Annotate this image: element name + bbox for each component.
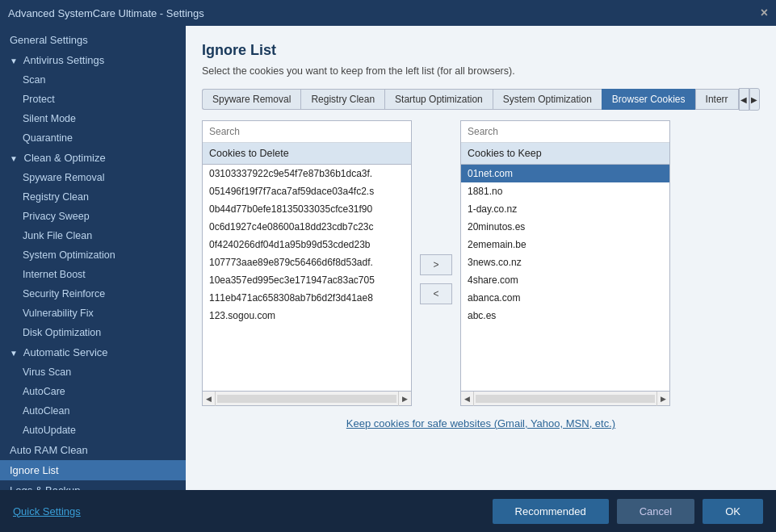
tab-startup-optimization[interactable]: Startup Optimization (384, 89, 493, 110)
sidebar-item-antivirus-settings[interactable]: ▼ Antivirus Settings (0, 50, 186, 70)
expand-icon: ▼ (10, 57, 18, 65)
tab-interr[interactable]: Interr (695, 89, 739, 110)
list-item[interactable]: abanca.com (461, 289, 669, 307)
add-to-keep-button[interactable]: > (420, 254, 452, 275)
left-panel-header: Cookies to Delete (203, 143, 411, 165)
sidebar-item-scan[interactable]: Scan (0, 70, 186, 90)
bottom-bar: Quick Settings Recommended Cancel OK (0, 490, 776, 532)
list-item[interactable]: 107773aae89e879c56466d6f8d53adf. (203, 253, 411, 271)
list-item[interactable]: 2ememain.be (461, 236, 669, 253)
content-area: Ignore List Select the cookies you want … (186, 26, 776, 490)
window-title: Advanced SystemCare Ultimate - Settings (8, 7, 204, 19)
tab-browser-cookies[interactable]: Browser Cookies (602, 89, 695, 110)
right-scrollbar: ◀ ▶ (461, 391, 669, 405)
left-panel: Cookies to Delete 03103337922c9e54f7e87b… (202, 120, 412, 406)
scroll-track-right[interactable] (476, 395, 655, 403)
scroll-right-arrow-right[interactable]: ▶ (656, 392, 669, 406)
bottom-buttons: Recommended Cancel OK (493, 499, 763, 524)
list-item[interactable]: 1881.no (461, 182, 669, 200)
list-item[interactable]: 0f4240266df04d1a95b99d53cded23b (203, 236, 411, 253)
keep-cookies-section: Keep cookies for safe websites (Gmail, Y… (202, 417, 760, 429)
tabs-row: Spyware Removal Registry Clean Startup O… (202, 88, 760, 111)
left-list-items: 03103337922c9e54f7e87b36b1dca3f. 051496f… (203, 165, 411, 391)
sidebar-item-clean-optimize[interactable]: ▼ Clean & Optimize (0, 148, 186, 168)
right-search-input[interactable] (461, 121, 669, 143)
close-button[interactable]: × (761, 6, 768, 20)
cancel-button[interactable]: Cancel (617, 499, 694, 524)
recommended-button[interactable]: Recommended (493, 499, 609, 524)
sidebar-item-auto-ram-clean[interactable]: Auto RAM Clean (0, 440, 186, 460)
list-item[interactable]: 20minutos.es (461, 218, 669, 236)
sidebar-item-protect[interactable]: Protect (0, 90, 186, 109)
sidebar-item-registry-clean[interactable]: Registry Clean (0, 187, 186, 207)
sidebar-item-general-settings[interactable]: General Settings (0, 30, 186, 50)
sidebar-item-quarantine[interactable]: Quarantine (0, 128, 186, 148)
list-item[interactable]: 0b44d77b0efe18135033035cfce31f90 (203, 200, 411, 218)
sidebar-item-system-optimization[interactable]: System Optimization (0, 245, 186, 265)
sidebar-item-autoupdate[interactable]: AutoUpdate (0, 421, 186, 440)
middle-buttons: > < (420, 254, 452, 304)
right-panel-header: Cookies to Keep (461, 143, 669, 165)
page-subtitle: Select the cookies you want to keep from… (202, 65, 760, 77)
ok-button[interactable]: OK (703, 499, 763, 524)
sidebar-item-security-reinforce[interactable]: Security Reinforce (0, 284, 186, 304)
list-item[interactable]: 01net.com (461, 165, 669, 182)
remove-from-keep-button[interactable]: < (420, 283, 452, 304)
list-item[interactable]: 3news.co.nz (461, 253, 669, 271)
scroll-left-arrow[interactable]: ◀ (203, 392, 216, 406)
tab-registry-clean[interactable]: Registry Clean (300, 89, 384, 110)
sidebar-item-automatic-service[interactable]: ▼ Automatic Service (0, 342, 186, 362)
list-item[interactable]: 4share.com (461, 271, 669, 289)
scroll-right-arrow[interactable]: ▶ (398, 392, 411, 406)
sidebar-item-disk-optimization[interactable]: Disk Optimization (0, 323, 186, 342)
page-title: Ignore List (202, 42, 760, 59)
sidebar-item-logs-backup[interactable]: Logs & Backup (0, 480, 186, 490)
left-scrollbar: ◀ ▶ (203, 391, 411, 405)
list-item[interactable]: 03103337922c9e54f7e87b36b1dca3f. (203, 165, 411, 182)
sidebar-item-privacy-sweep[interactable]: Privacy Sweep (0, 207, 186, 226)
sidebar-item-internet-boost[interactable]: Internet Boost (0, 265, 186, 284)
sidebar-item-vulnerability-fix[interactable]: Vulnerability Fix (0, 304, 186, 323)
list-item[interactable]: 1-day.co.nz (461, 200, 669, 218)
sidebar-item-spyware-removal[interactable]: Spyware Removal (0, 168, 186, 187)
quick-settings-link[interactable]: Quick Settings (13, 505, 81, 517)
list-item[interactable]: 0c6d1927c4e08600a18dd23cdb7c23c (203, 218, 411, 236)
lists-container: Cookies to Delete 03103337922c9e54f7e87b… (202, 120, 760, 406)
expand-icon-clean: ▼ (10, 154, 18, 163)
sidebar-item-autoclean[interactable]: AutoClean (0, 401, 186, 421)
left-search-input[interactable] (203, 121, 411, 143)
sidebar-item-autocare[interactable]: AutoCare (0, 382, 186, 401)
sidebar: General Settings ▼ Antivirus Settings Sc… (0, 26, 186, 490)
tab-nav-next-button[interactable]: ▶ (749, 88, 760, 111)
sidebar-item-virus-scan[interactable]: Virus Scan (0, 362, 186, 382)
tab-spyware-removal[interactable]: Spyware Removal (202, 89, 300, 110)
sidebar-item-ignore-list[interactable]: Ignore List (0, 460, 186, 480)
main-content: General Settings ▼ Antivirus Settings Sc… (0, 26, 776, 490)
list-item[interactable]: 123.sogou.com (203, 307, 411, 325)
list-item[interactable]: 10ea357ed995ec3e171947ac83ac705 (203, 271, 411, 289)
list-item[interactable]: 051496f19f7f7aca7af59dace03a4fc2.s (203, 182, 411, 200)
right-list-items: 01net.com 1881.no 1-day.co.nz 20minutos.… (461, 165, 669, 391)
title-bar: Advanced SystemCare Ultimate - Settings … (0, 0, 776, 26)
keep-cookies-link[interactable]: Keep cookies for safe websites (Gmail, Y… (346, 417, 615, 429)
sidebar-item-junk-file-clean[interactable]: Junk File Clean (0, 226, 186, 245)
tab-system-optimization[interactable]: System Optimization (493, 89, 602, 110)
list-item[interactable]: 111eb471ac658308ab7b6d2f3d41ae8 (203, 289, 411, 307)
sidebar-item-silent-mode[interactable]: Silent Mode (0, 109, 186, 128)
scroll-track[interactable] (217, 395, 396, 403)
tab-nav-prev-button[interactable]: ◀ (739, 88, 749, 111)
right-panel: Cookies to Keep 01net.com 1881.no 1-day.… (460, 120, 670, 406)
list-item[interactable]: abc.es (461, 307, 669, 325)
expand-icon-auto: ▼ (10, 349, 18, 358)
scroll-left-arrow-right[interactable]: ◀ (461, 392, 474, 406)
